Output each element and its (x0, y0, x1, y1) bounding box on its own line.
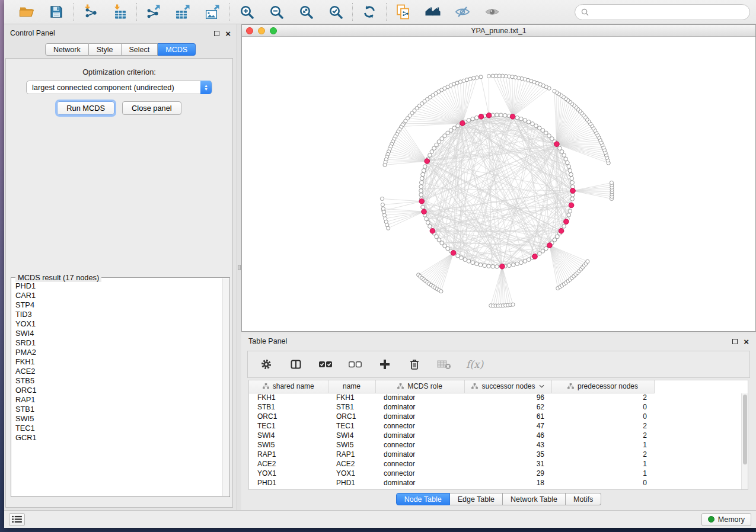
panel-divider[interactable] (237, 24, 241, 510)
column-visibility-icon[interactable] (288, 357, 304, 372)
mcds-result-item[interactable]: SWI4 (15, 329, 222, 338)
table-row[interactable]: STB1STB1dominator620 (249, 402, 654, 412)
mcds-result-item[interactable]: FKH1 (15, 357, 222, 367)
settings-icon[interactable] (259, 357, 274, 372)
table-cell: 96 (464, 393, 551, 402)
mcds-result-item[interactable]: ACE2 (15, 367, 222, 376)
tab-select[interactable]: Select (122, 43, 158, 56)
table-cell: 61 (464, 412, 551, 421)
hide-selected-icon[interactable] (454, 3, 471, 21)
column-header-MCDS-role[interactable]: MCDS role (375, 380, 464, 393)
mcds-result-item[interactable]: PMA2 (15, 348, 222, 357)
export-network-icon[interactable] (145, 3, 162, 21)
table-cell: FKH1 (249, 393, 328, 402)
deselect-all-icon[interactable] (347, 357, 363, 372)
criterion-value: largest connected component (undirected) (32, 83, 174, 92)
mcds-result-item[interactable]: SWI5 (15, 414, 222, 424)
table-row[interactable]: ACE2ACE2connector311 (249, 459, 654, 469)
tab-network[interactable]: Network (45, 43, 89, 56)
table-cell: 0 (551, 412, 654, 421)
memory-status-icon (708, 516, 714, 523)
criterion-dropdown[interactable]: largest connected component (undirected)… (26, 81, 212, 94)
select-all-icon[interactable] (318, 357, 333, 372)
tab-mcds[interactable]: MCDS (158, 43, 196, 56)
save-icon[interactable] (47, 3, 65, 21)
table-cell: 0 (551, 402, 654, 412)
mcds-result-item[interactable]: CAR1 (15, 291, 222, 300)
control-panel-title: Control Panel (10, 29, 55, 37)
task-history-button[interactable] (9, 513, 25, 526)
mcds-result-item[interactable]: TEC1 (15, 424, 222, 433)
close-panel-icon[interactable]: × (225, 31, 231, 36)
mcds-result-item[interactable]: STP4 (15, 300, 222, 310)
node-table: shared namenameMCDS rolesuccessor nodesp… (248, 380, 748, 490)
table-cell: RAP1 (328, 450, 375, 459)
table-scrollbar-thumb[interactable] (743, 395, 747, 464)
function-icon: f(x) (466, 358, 483, 370)
status-bar: Memory (4, 510, 756, 528)
table-row[interactable]: YOX1YOX1connector291 (249, 469, 654, 478)
mcds-result-item[interactable]: STB1 (15, 405, 222, 414)
table-cell: 29 (464, 469, 551, 478)
table-row[interactable]: ORC1ORC1dominator610 (249, 412, 654, 421)
search-box[interactable] (575, 4, 750, 20)
mcds-result-item[interactable]: RAP1 (15, 395, 222, 405)
toolbar-group (386, 3, 509, 21)
table-row[interactable]: PHD1PHD1dominator180 (249, 478, 654, 488)
divider-grip[interactable] (238, 265, 241, 270)
float-panel-icon[interactable] (214, 31, 219, 36)
close-table-panel-icon[interactable]: × (744, 339, 749, 344)
table-cell: connector (375, 469, 464, 478)
memory-button[interactable]: Memory (701, 513, 751, 526)
tab-motifs[interactable]: Motifs (566, 493, 601, 505)
column-header-name[interactable]: name (328, 380, 375, 393)
close-panel-button[interactable]: Close panel (122, 101, 181, 115)
table-row[interactable]: SWI4SWI4dominator462 (249, 431, 654, 440)
zoom-in-icon[interactable] (238, 3, 256, 21)
mcds-result-item[interactable]: PHD1 (15, 281, 222, 291)
show-all-icon[interactable] (483, 3, 501, 21)
tab-network-table[interactable]: Network Table (503, 493, 566, 505)
network-canvas[interactable] (242, 37, 755, 331)
table-row[interactable]: FKH1FKH1dominator962 (249, 393, 654, 402)
add-icon[interactable] (377, 357, 393, 372)
table-cell: 18 (464, 478, 551, 488)
mcds-result-item[interactable]: STB5 (15, 376, 222, 386)
memory-label: Memory (718, 515, 745, 524)
table-cell: 47 (464, 421, 551, 431)
column-header-predecessor-nodes[interactable]: predecessor nodes (551, 380, 654, 393)
refresh-icon[interactable] (361, 3, 378, 21)
export-table-icon[interactable] (174, 3, 192, 21)
first-neighbors-icon[interactable] (424, 3, 442, 21)
duplicate-network-icon[interactable] (394, 3, 412, 21)
mcds-result-item[interactable]: YOX1 (15, 319, 222, 329)
mcds-result-item[interactable]: ORC1 (15, 386, 222, 395)
zoom-selected-icon[interactable] (327, 3, 344, 21)
mcds-result-item[interactable]: TID3 (15, 310, 222, 319)
run-mcds-button[interactable]: Run MCDS (57, 101, 114, 115)
delete-icon[interactable] (407, 357, 422, 372)
tab-edge-table[interactable]: Edge Table (450, 493, 503, 505)
mcds-result-item[interactable]: GCR1 (15, 433, 222, 443)
table-row[interactable]: TEC1TEC1connector472 (249, 421, 654, 431)
import-table-icon[interactable] (111, 3, 129, 21)
zoom-out-icon[interactable] (267, 3, 285, 21)
table-row[interactable]: RAP1RAP1dominator352 (249, 450, 654, 459)
table-cell: 1 (551, 469, 654, 478)
export-image-icon[interactable] (204, 3, 222, 21)
criterion-label: Optimization criterion: (6, 68, 232, 76)
table-scrollbar[interactable] (741, 393, 748, 489)
import-network-icon[interactable] (81, 3, 99, 21)
column-header-shared-name[interactable]: shared name (249, 380, 328, 393)
tab-node-table[interactable]: Node Table (396, 493, 450, 505)
table-cell: 46 (464, 431, 551, 440)
tab-style[interactable]: Style (89, 43, 122, 56)
table-row[interactable]: SWI5SWI5connector431 (249, 440, 654, 450)
zoom-fit-icon[interactable] (297, 3, 315, 21)
open-icon[interactable] (18, 3, 36, 21)
mcds-result-item[interactable]: SRD1 (15, 338, 222, 348)
search-input[interactable] (592, 8, 744, 17)
column-header-successor-nodes[interactable]: successor nodes (464, 380, 551, 393)
float-table-panel-icon[interactable] (732, 339, 738, 344)
mcds-list-scrollbar[interactable] (222, 278, 229, 496)
